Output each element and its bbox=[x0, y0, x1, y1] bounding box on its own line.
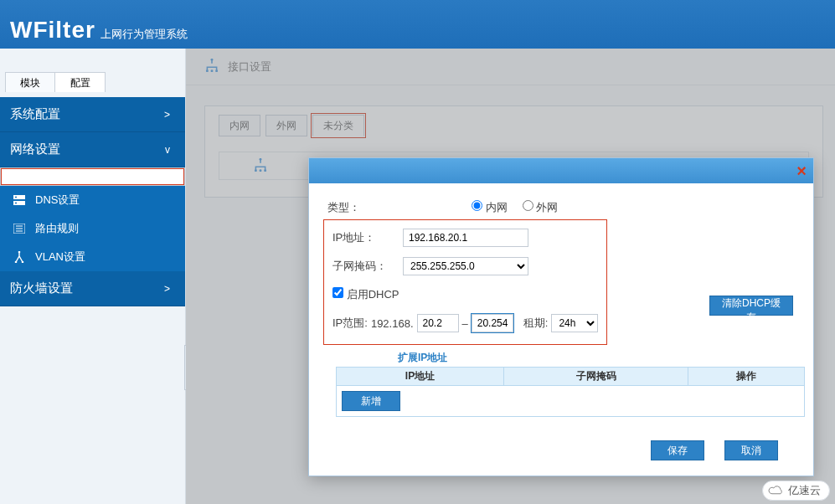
type-label: 类型： bbox=[327, 200, 398, 215]
ip-input[interactable] bbox=[403, 229, 528, 247]
cancel-button[interactable]: 取消 bbox=[724, 440, 778, 460]
svg-point-3 bbox=[15, 181, 18, 183]
add-button[interactable]: 新增 bbox=[342, 391, 400, 411]
chevron-right-icon: > bbox=[164, 109, 170, 121]
sidebar-item-route[interactable]: 路由规则 bbox=[0, 214, 185, 243]
close-icon[interactable]: × bbox=[796, 162, 807, 181]
sidebar-group-label: 网络设置 bbox=[10, 141, 60, 157]
range-label: IP范围: bbox=[332, 316, 368, 331]
clear-dhcp-button[interactable]: 清除DHCP缓存 bbox=[709, 296, 793, 316]
table-row: 新增 bbox=[337, 386, 805, 417]
svg-point-1 bbox=[7, 181, 9, 183]
col-action: 操作 bbox=[688, 368, 805, 386]
fork-icon bbox=[12, 251, 27, 263]
svg-point-0 bbox=[11, 171, 13, 172]
sidebar-item-label: VLAN设置 bbox=[35, 249, 85, 265]
interface-dialog: × 类型： 内网 外网 IP地址： 子网掩码： 255.255.255.0 启用… bbox=[308, 157, 814, 476]
watermark-text: 亿速云 bbox=[788, 483, 821, 498]
sidebar-items-network: 接口设置 DNS设置 路由规则 VLAN设置 bbox=[0, 167, 185, 271]
logo-text: WFilter bbox=[10, 17, 95, 44]
radio-lan-input[interactable] bbox=[472, 200, 482, 211]
sidebar-tabs: 模块 配置 bbox=[0, 49, 185, 92]
ext-ip-title: 扩展IP地址 bbox=[398, 351, 795, 365]
ext-ip-table: IP地址 子网掩码 操作 新增 bbox=[336, 367, 805, 417]
sidebar-item-dns[interactable]: DNS设置 bbox=[0, 186, 185, 214]
radio-wan-input[interactable] bbox=[523, 200, 533, 211]
radio-lan[interactable]: 内网 bbox=[472, 200, 508, 215]
dialog-header: × bbox=[309, 158, 813, 183]
interface-icon bbox=[4, 171, 19, 183]
ip-label: IP地址： bbox=[332, 230, 403, 245]
sidebar-tab-module[interactable]: 模块 bbox=[5, 72, 55, 92]
sidebar-item-interface[interactable]: 接口设置 bbox=[0, 167, 185, 186]
sidebar-group-system[interactable]: 系统配置 > bbox=[0, 97, 185, 132]
app-header: WFilter 上网行为管理系统 bbox=[0, 0, 835, 49]
svg-point-2 bbox=[11, 181, 13, 183]
watermark: 亿速云 bbox=[762, 481, 830, 501]
mask-label: 子网掩码： bbox=[332, 259, 403, 274]
chevron-right-icon: > bbox=[164, 283, 170, 295]
sidebar-item-label: 接口设置 bbox=[28, 170, 68, 184]
svg-point-7 bbox=[15, 203, 17, 204]
sidebar-group-network[interactable]: 网络设置 v bbox=[0, 132, 185, 167]
col-ip: IP地址 bbox=[337, 368, 504, 386]
chevron-down-icon: v bbox=[165, 144, 170, 156]
mask-select[interactable]: 255.255.255.0 bbox=[403, 257, 528, 275]
sidebar-item-vlan[interactable]: VLAN设置 bbox=[0, 243, 185, 271]
sidebar-group-label: 系统配置 bbox=[10, 106, 60, 122]
dhcp-checkbox[interactable]: 启用DHCP bbox=[332, 287, 399, 302]
col-mask: 子网掩码 bbox=[504, 368, 688, 386]
sidebar-item-label: 路由规则 bbox=[35, 221, 79, 236]
range-from-input[interactable] bbox=[417, 314, 459, 332]
svg-point-12 bbox=[18, 251, 21, 253]
save-button[interactable]: 保存 bbox=[651, 440, 704, 460]
svg-point-6 bbox=[15, 197, 17, 198]
disk-icon bbox=[12, 195, 27, 205]
dhcp-checkbox-input[interactable] bbox=[332, 287, 343, 298]
sidebar-group-firewall[interactable]: 防火墙设置 > bbox=[0, 271, 185, 306]
range-to-input[interactable] bbox=[472, 314, 513, 332]
sidebar-group-label: 防火墙设置 bbox=[10, 280, 73, 296]
list-icon bbox=[12, 224, 27, 234]
lease-select[interactable]: 24h bbox=[551, 314, 598, 332]
sidebar-item-label: DNS设置 bbox=[35, 193, 80, 208]
lease-label: 租期: bbox=[523, 316, 549, 331]
logo-subtitle: 上网行为管理系统 bbox=[101, 27, 188, 42]
radio-wan[interactable]: 外网 bbox=[523, 200, 559, 215]
sidebar-tab-config[interactable]: 配置 bbox=[55, 72, 106, 92]
range-prefix: 192.168. bbox=[371, 317, 414, 330]
table-header-row: IP地址 子网掩码 操作 bbox=[337, 368, 805, 386]
cloud-icon bbox=[768, 485, 785, 496]
sidebar: 模块 配置 系统配置 > 网络设置 v 接口设置 DNS设置 路由规则 bbox=[0, 49, 186, 504]
